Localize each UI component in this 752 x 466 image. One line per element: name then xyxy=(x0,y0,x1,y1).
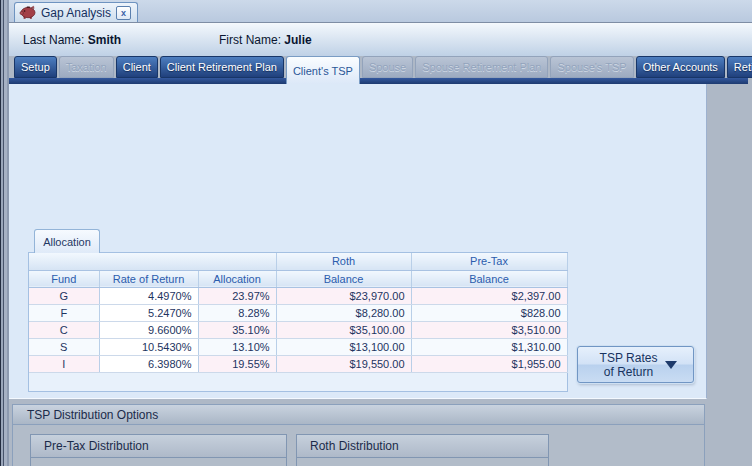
tab-clients-tsp[interactable]: Client's TSP xyxy=(286,56,360,84)
pretax-balance-cell: $3,510.00 xyxy=(411,321,567,338)
tab-client[interactable]: Client xyxy=(116,56,158,78)
table-row[interactable]: G4.4970%23.97%$23,970.00$2,397.00 xyxy=(29,287,567,304)
tab-retirement-income[interactable]: Retirement Income xyxy=(727,56,752,78)
client-header: Last Name: Smith First Name: Julie xyxy=(9,24,752,56)
fund-cell: F xyxy=(29,304,99,321)
tab-allocation[interactable]: Allocation xyxy=(34,229,100,253)
roth-distribution-title: Roth Distribution xyxy=(297,435,548,458)
last-name-label: Last Name: xyxy=(23,33,84,47)
app-window: Gap Analysis x Last Name: Smith First Na… xyxy=(0,0,752,466)
section-tabs: Setup Taxation Client Client Retirement … xyxy=(9,56,752,84)
first-name-label: First Name: xyxy=(219,33,281,47)
roth-balance-cell: $35,100.00 xyxy=(276,321,411,338)
pretax-distribution-title: Pre-Tax Distribution xyxy=(31,435,286,458)
group-header-spacer xyxy=(29,253,276,270)
table-group-header-row: Roth Pre-Tax xyxy=(29,253,567,270)
close-icon[interactable]: x xyxy=(116,6,131,20)
group-header-roth: Roth xyxy=(276,253,411,270)
pretax-balance-cell: $1,955.00 xyxy=(411,355,567,372)
tsp-distribution-options-title: TSP Distribution Options xyxy=(13,405,704,425)
table-row[interactable]: I6.3980%19.55%$19,550.00$1,955.00 xyxy=(29,355,567,372)
group-header-pretax: Pre-Tax xyxy=(411,253,567,270)
column-header-roth-balance: Balance xyxy=(276,270,411,287)
tab-spouse[interactable]: Spouse xyxy=(362,56,413,78)
tab-other-accounts[interactable]: Other Accounts xyxy=(636,56,725,78)
tsp-rates-of-return-button[interactable]: TSP Rates of Return xyxy=(577,346,694,383)
table-row[interactable]: S10.5430%13.10%$13,100.00$1,310.00 xyxy=(29,338,567,355)
doc-tab-gap-analysis[interactable]: Gap Analysis x xyxy=(14,2,138,22)
roth-balance-cell: $19,550.00 xyxy=(276,355,411,372)
allocation-cell: 35.10% xyxy=(198,321,276,338)
allocation-cell: 13.10% xyxy=(198,338,276,355)
column-header-pretax-balance: Balance xyxy=(411,270,567,287)
rate-cell[interactable]: 10.5430% xyxy=(99,338,198,355)
tab-spouses-tsp[interactable]: Spouse's TSP xyxy=(550,56,633,78)
doc-tab-label: Gap Analysis xyxy=(41,6,111,20)
rate-cell[interactable]: 9.6600% xyxy=(99,321,198,338)
pretax-balance-cell: $828.00 xyxy=(411,304,567,321)
column-header-allocation: Allocation xyxy=(198,270,276,287)
first-name-value: Julie xyxy=(284,33,311,47)
piggy-bank-icon xyxy=(19,5,36,20)
rate-cell[interactable]: 5.2470% xyxy=(99,304,198,321)
window-left-border xyxy=(0,0,9,466)
table-header-row: Fund Rate of Return Allocation Balance B… xyxy=(29,270,567,287)
fund-cell: C xyxy=(29,321,99,338)
rate-cell[interactable]: 4.4970% xyxy=(99,287,198,304)
column-header-fund: Fund xyxy=(29,270,99,287)
allocation-cell: 23.97% xyxy=(198,287,276,304)
allocation-cell: 8.28% xyxy=(198,304,276,321)
tsp-rates-of-return-label: TSP Rates of Return xyxy=(600,351,658,379)
chevron-down-icon xyxy=(665,361,677,369)
pretax-balance-cell: $2,397.00 xyxy=(411,287,567,304)
rate-cell[interactable]: 6.3980% xyxy=(99,355,198,372)
column-header-rate: Rate of Return xyxy=(99,270,198,287)
tab-taxation[interactable]: Taxation xyxy=(59,56,114,78)
pretax-balance-cell: $1,310.00 xyxy=(411,338,567,355)
pretax-distribution-group: Pre-Tax Distribution xyxy=(30,434,287,466)
roth-balance-cell: $8,280.00 xyxy=(276,304,411,321)
document-tab-bar: Gap Analysis x xyxy=(9,0,752,22)
fund-cell: I xyxy=(29,355,99,372)
allocation-table: Roth Pre-Tax Fund Rate of Return Allocat… xyxy=(29,253,568,373)
tab-setup[interactable]: Setup xyxy=(14,56,57,78)
last-name-value: Smith xyxy=(88,33,121,47)
fund-cell: G xyxy=(29,287,99,304)
roth-distribution-group: Roth Distribution xyxy=(296,434,549,466)
table-row[interactable]: C9.6600%35.10%$35,100.00$3,510.00 xyxy=(29,321,567,338)
roth-balance-cell: $23,970.00 xyxy=(276,287,411,304)
first-name-pair: First Name: Julie xyxy=(219,33,312,47)
tab-client-retirement-plan[interactable]: Client Retirement Plan xyxy=(160,56,284,78)
tab-spouse-retirement-plan[interactable]: Spouse Retirement Plan xyxy=(415,56,548,78)
fund-cell: S xyxy=(29,338,99,355)
table-row[interactable]: F5.2470%8.28%$8,280.00$828.00 xyxy=(29,304,567,321)
allocation-cell: 19.55% xyxy=(198,355,276,372)
last-name-pair: Last Name: Smith xyxy=(23,33,121,47)
allocation-panel: Roth Pre-Tax Fund Rate of Return Allocat… xyxy=(28,252,568,392)
roth-balance-cell: $13,100.00 xyxy=(276,338,411,355)
